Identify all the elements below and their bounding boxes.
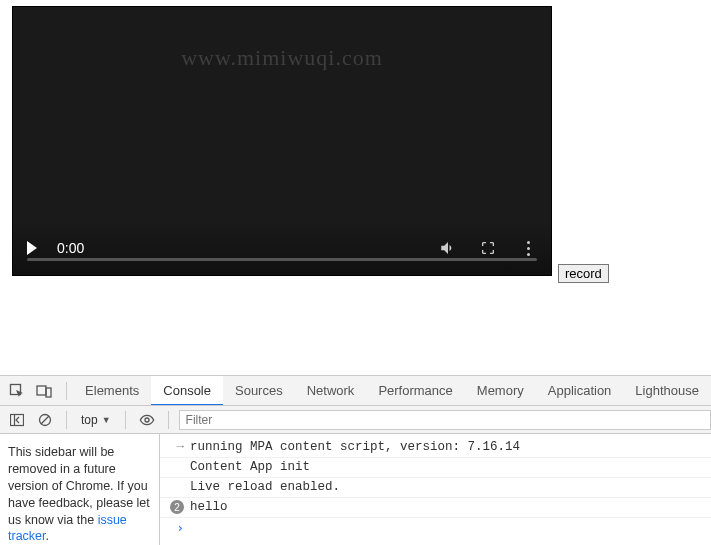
device-toggle-icon[interactable] [33,380,54,402]
live-expression-icon[interactable] [136,409,158,431]
fullscreen-icon[interactable] [479,239,497,257]
tab-lighthouse[interactable]: Lighthouse [623,376,711,406]
tab-memory[interactable]: Memory [465,376,536,406]
volume-icon[interactable] [439,239,457,257]
more-icon[interactable] [519,239,537,257]
tab-application[interactable]: Application [536,376,624,406]
tab-elements[interactable]: Elements [73,376,151,406]
svg-rect-1 [37,386,46,395]
svg-rect-2 [46,388,51,397]
divider [168,411,169,429]
video-controls: 0:00 [13,221,551,275]
video-time: 0:00 [57,240,84,256]
divider [125,411,126,429]
svg-point-7 [145,418,149,422]
record-button[interactable]: record [558,264,609,283]
sidebar-deprecation-message: This sidebar will be removed in a future… [0,434,160,545]
log-text: running MPA content script, version: 7.1… [190,440,520,454]
play-icon[interactable] [27,241,37,255]
page-area: www.mimiwuqi.com 0:00 record [0,0,711,375]
divider [66,411,67,429]
tab-console[interactable]: Console [151,376,223,406]
console-log-list: → running MPA content script, version: 7… [160,434,711,545]
log-line: 2 hello [160,498,711,518]
log-text: Content App init [190,460,310,474]
video-watermark: www.mimiwuqi.com [13,45,551,71]
console-prompt[interactable]: › [160,518,711,538]
svg-line-6 [41,416,49,424]
context-selector[interactable]: top ▼ [77,413,115,427]
prompt-chevron-icon: › [176,520,184,535]
repeat-count-badge: 2 [170,500,184,514]
log-text: Live reload enabled. [190,480,340,494]
clear-console-icon[interactable] [34,409,56,431]
console-body: This sidebar will be removed in a future… [0,434,711,545]
log-arrow-icon: → [176,440,184,454]
sidebar-text: This sidebar will be removed in a future… [8,445,150,527]
devtools-panel: Elements Console Sources Network Perform… [0,375,711,545]
log-line: → running MPA content script, version: 7… [160,438,711,458]
svg-rect-3 [11,414,24,425]
divider [66,382,67,400]
console-toolbar: top ▼ [0,406,711,434]
tab-performance[interactable]: Performance [366,376,464,406]
video-progress[interactable] [27,258,537,261]
tab-sources[interactable]: Sources [223,376,295,406]
sidebar-toggle-icon[interactable] [6,409,28,431]
chevron-down-icon: ▼ [102,415,111,425]
log-line: Content App init [160,458,711,478]
filter-input[interactable] [179,410,711,430]
context-label: top [81,413,98,427]
inspect-icon[interactable] [6,380,27,402]
log-line: Live reload enabled. [160,478,711,498]
video-player[interactable]: www.mimiwuqi.com 0:00 [12,6,552,276]
devtools-tabrow: Elements Console Sources Network Perform… [0,376,711,406]
tab-network[interactable]: Network [295,376,367,406]
log-text: hello [190,500,228,514]
